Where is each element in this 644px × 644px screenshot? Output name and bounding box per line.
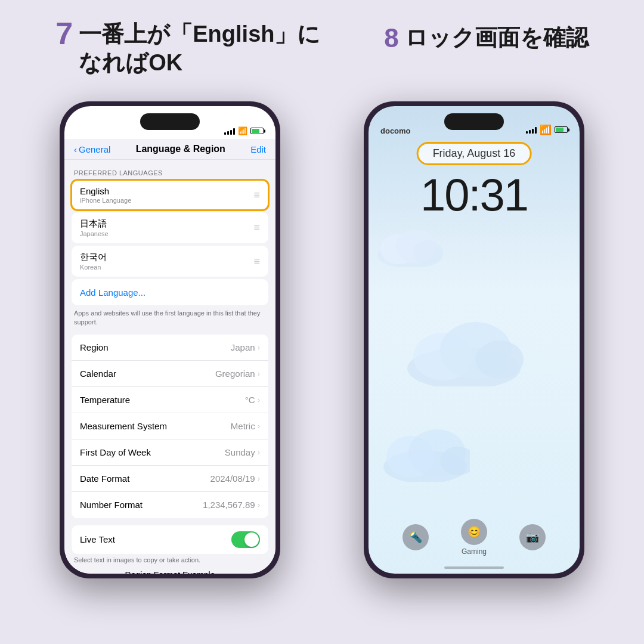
step8: 8 ロック画面を確認 — [384, 24, 588, 52]
lock-signal-icon — [526, 126, 537, 134]
japanese-label: 日本語 — [80, 218, 109, 230]
nav-title: Language & Region — [136, 144, 225, 154]
nav-bar: ‹ General Language & Region Edit — [64, 139, 275, 160]
gaming-btn[interactable]: 😊 Gaming — [461, 519, 487, 556]
header: 7 一番上が「English」に なればOK 8 ロック画面を確認 — [0, 18, 644, 77]
region-row[interactable]: Region Japan › — [72, 335, 268, 361]
nav-edit[interactable]: Edit — [250, 144, 266, 154]
live-text-section: Live Text Select text in images to copy … — [64, 525, 275, 574]
svg-point-7 — [476, 340, 524, 379]
number-format-row[interactable]: Number Format 1,234,567.89 › — [72, 492, 268, 518]
date-container: Friday, August 16 — [417, 142, 532, 165]
lock-date: Friday, August 16 — [433, 147, 516, 159]
live-text-label: Live Text — [80, 534, 115, 544]
live-text-hint: Select text in images to copy or take ac… — [64, 554, 275, 564]
flashlight-btn[interactable]: 🔦 — [402, 524, 429, 550]
step8-num: 8 — [384, 25, 398, 51]
lock-battery-icon — [555, 126, 568, 133]
region-format-link[interactable]: Region Format Example — [125, 570, 215, 574]
add-language-label: Add Language... — [80, 287, 145, 298]
cloud-2 — [404, 315, 524, 386]
english-sublabel: iPhone Language — [80, 197, 131, 204]
japanese-row[interactable]: 日本語 Japanese ≡ — [72, 212, 268, 243]
lock-icons: 📶 — [526, 124, 568, 135]
camera-btn[interactable]: 📷 — [519, 524, 546, 550]
step7: 7 一番上が「English」に なればOK — [55, 18, 320, 77]
chevron-icon-4: › — [258, 422, 260, 431]
phone1-inner: 📶 ‹ General Language & Region Edit — [64, 106, 275, 574]
japanese-sublabel: Japanese — [80, 230, 109, 237]
region-format-area: Region Format Example — [64, 569, 275, 574]
english-row[interactable]: English iPhone Language ≡ — [72, 180, 268, 210]
step7-text: 一番上が「English」に なればOK — [79, 20, 320, 77]
preferred-languages-section: PREFERRED LANGUAGES English iPhone Langu… — [64, 169, 275, 327]
chevron-icon-5: › — [258, 448, 260, 457]
live-text-row[interactable]: Live Text — [72, 525, 268, 554]
signal-icon — [224, 128, 235, 135]
lock-bottom-dock: 🔦 😊 Gaming 📷 — [369, 519, 580, 556]
svg-point-3 — [413, 240, 443, 264]
phone2-inner: docomo 📶 Friday, Augu — [369, 106, 580, 574]
drag-handle-3: ≡ — [253, 255, 260, 268]
step7-num: 7 — [55, 18, 73, 49]
dynamic-island-2 — [444, 113, 504, 130]
add-language-row[interactable]: Add Language... — [72, 279, 268, 305]
drag-handle-2: ≡ — [253, 222, 260, 234]
dynamic-island-1 — [140, 113, 200, 130]
status-icons-1: 📶 — [224, 126, 264, 135]
temperature-row[interactable]: Temperature °C › — [72, 387, 268, 413]
chevron-icon-3: › — [258, 395, 260, 404]
korean-sublabel: Korean — [80, 264, 107, 271]
korean-row-group: 한국어 Korean ≡ — [72, 246, 268, 277]
first-day-row[interactable]: First Day of Week Sunday › — [72, 439, 268, 466]
cloud-1 — [374, 225, 446, 267]
lock-carrier: docomo — [380, 126, 411, 135]
settings-screen: ‹ General Language & Region Edit PREFERR… — [64, 139, 275, 574]
korean-label: 한국어 — [80, 252, 107, 263]
cloud-3 — [380, 422, 470, 482]
date-highlight-ring: Friday, August 16 — [417, 142, 532, 165]
chevron-icon: › — [258, 343, 260, 352]
step8-text: ロック画面を確認 — [405, 24, 589, 52]
live-text-toggle[interactable] — [231, 531, 260, 548]
chevron-icon-7: › — [258, 500, 260, 509]
drag-handle: ≡ — [253, 189, 260, 202]
preferred-languages-header: PREFERRED LANGUAGES — [64, 169, 275, 177]
region-settings-group: Region Japan › Calendar Gregorian › — [72, 335, 268, 518]
wifi-icon: 📶 — [238, 126, 247, 135]
languages-info: Apps and websites will use the first lan… — [64, 305, 275, 327]
battery-icon — [250, 128, 264, 134]
japanese-row-group: 日本語 Japanese ≡ — [72, 212, 268, 243]
lock-wifi-icon: 📶 — [540, 124, 552, 135]
chevron-icon-2: › — [258, 369, 260, 378]
english-label: English — [80, 186, 131, 196]
chevron-icon-6: › — [258, 474, 260, 483]
add-language-group: Add Language... — [72, 279, 268, 305]
phones-area: 📶 ‹ General Language & Region Edit — [0, 101, 644, 578]
korean-row[interactable]: 한국어 Korean ≡ — [72, 246, 268, 277]
lock-time: 10:31 — [420, 169, 528, 221]
date-format-row[interactable]: Date Format 2024/08/19 › — [72, 466, 268, 492]
nav-back[interactable]: ‹ General — [74, 144, 110, 154]
measurement-row[interactable]: Measurement System Metric › — [72, 413, 268, 439]
phone1: 📶 ‹ General Language & Region Edit — [60, 101, 280, 578]
gaming-label: Gaming — [462, 547, 487, 556]
home-indicator-2 — [444, 566, 504, 569]
english-row-group: English iPhone Language ≡ — [72, 180, 268, 210]
calendar-row[interactable]: Calendar Gregorian › — [72, 361, 268, 387]
phone2: docomo 📶 Friday, Augu — [364, 101, 584, 578]
